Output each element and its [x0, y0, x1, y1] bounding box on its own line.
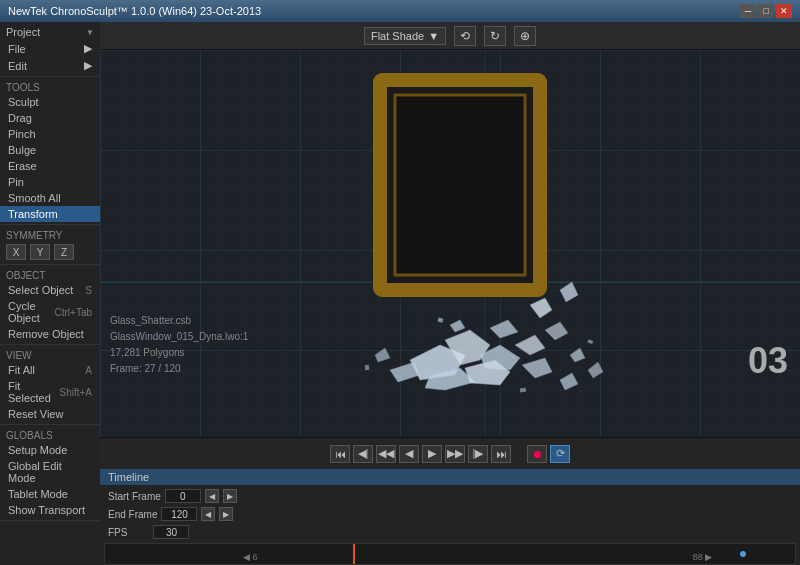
timeline-track[interactable]: ◀ 6 88 ▶: [104, 543, 796, 565]
remove-object[interactable]: Remove Object: [0, 326, 100, 342]
playback-bar: ⏮ ◀| ◀◀ ◀ ▶ ▶▶ |▶ ⏭ ⏺ ⟳: [100, 437, 800, 469]
frame-number: 03: [748, 340, 788, 381]
top-toolbar: Flat Shade ▼ ⟲ ↻ ⊕: [100, 22, 800, 50]
play-forward-button[interactable]: ▶: [422, 445, 442, 463]
globals-label: Globals: [0, 427, 100, 442]
svg-marker-20: [588, 362, 603, 378]
tool-erase[interactable]: Erase: [0, 158, 100, 174]
play-reverse-button[interactable]: ◀◀: [376, 445, 396, 463]
fit-all[interactable]: Fit All A: [0, 362, 100, 378]
symmetry-y[interactable]: Y: [30, 244, 50, 260]
viewport-area: Flat Shade ▼ ⟲ ↻ ⊕: [100, 22, 800, 565]
symmetry-row: X Y Z: [0, 242, 100, 262]
object-text: GlassWindow_015_Dyna.lwo:1: [110, 329, 248, 345]
start-frame-label: Start Frame: [108, 491, 161, 502]
shade-arrow: ▼: [428, 30, 439, 42]
minimize-button[interactable]: ─: [740, 4, 756, 18]
svg-marker-8: [480, 345, 520, 370]
globals-section: Globals Setup Mode Global Edit Mode Tabl…: [0, 425, 100, 521]
svg-rect-23: [587, 339, 593, 344]
svg-marker-15: [545, 322, 568, 340]
project-header[interactable]: Project ▼: [0, 24, 100, 40]
tick-label-88: 88 ▶: [693, 552, 713, 562]
step-back-button[interactable]: ◀: [399, 445, 419, 463]
tick-label-6: ◀ 6: [243, 552, 258, 562]
timeline-track-inner: ◀ 6 88 ▶: [105, 544, 795, 564]
tool-smooth-all[interactable]: Smooth All: [0, 190, 100, 206]
svg-rect-1: [100, 50, 800, 437]
prev-keyframe-button[interactable]: ◀|: [353, 445, 373, 463]
tool-transform[interactable]: Transform: [0, 206, 100, 222]
reset-view[interactable]: Reset View: [0, 406, 100, 422]
svg-marker-17: [570, 348, 585, 362]
record-button[interactable]: ⏺: [527, 445, 547, 463]
goto-start-button[interactable]: ⏮: [330, 445, 350, 463]
end-frame-up[interactable]: ◀: [201, 507, 215, 521]
tools-label: Tools: [0, 79, 100, 94]
svg-marker-10: [465, 360, 510, 385]
svg-marker-9: [425, 368, 475, 390]
start-frame-up[interactable]: ◀: [205, 489, 219, 503]
svg-rect-4: [380, 80, 540, 290]
setup-mode[interactable]: Setup Mode: [0, 442, 100, 458]
shade-label: Flat Shade: [371, 30, 424, 42]
timeline-controls: Start Frame ◀ ▶ End Frame ◀ ▶ FPS: [100, 485, 800, 543]
svg-rect-24: [365, 365, 369, 370]
menu-item-edit[interactable]: Edit ▶: [0, 57, 100, 74]
loop-button[interactable]: ⟳: [550, 445, 570, 463]
symmetry-z[interactable]: Z: [54, 244, 74, 260]
svg-rect-22: [520, 388, 527, 393]
reset-icon[interactable]: ↻: [484, 26, 506, 46]
fps-input[interactable]: [153, 525, 189, 539]
filename-text: Glass_Shatter.csb: [110, 313, 248, 329]
tool-pinch[interactable]: Pinch: [0, 126, 100, 142]
end-frame-label: End Frame: [108, 509, 157, 520]
cycle-object[interactable]: Cycle Object Ctrl+Tab: [0, 298, 100, 326]
tool-bulge[interactable]: Bulge: [0, 142, 100, 158]
svg-marker-13: [522, 358, 552, 378]
tool-drag[interactable]: Drag: [0, 110, 100, 126]
end-frame-row: End Frame ◀ ▶: [100, 506, 800, 522]
svg-marker-26: [560, 282, 578, 302]
object-section: Object Select Object S Cycle Object Ctrl…: [0, 265, 100, 345]
step-forward-button[interactable]: ▶▶: [445, 445, 465, 463]
svg-marker-16: [450, 320, 465, 332]
project-section: Project ▼ File ▶ Edit ▶: [0, 22, 100, 77]
playhead[interactable]: [353, 544, 355, 564]
tablet-mode[interactable]: Tablet Mode: [0, 486, 100, 502]
svg-marker-6: [410, 345, 465, 380]
transform-icon[interactable]: ⟲: [454, 26, 476, 46]
end-frame-input[interactable]: [161, 507, 197, 521]
object-label: Object: [0, 267, 100, 282]
end-frame-down[interactable]: ▶: [219, 507, 233, 521]
timeline-section: Timeline Start Frame ◀ ▶ End Frame ◀ ▶ F…: [100, 469, 800, 565]
fps-row: FPS: [100, 524, 800, 540]
global-edit-mode[interactable]: Global Edit Mode: [0, 458, 100, 486]
goto-end-button[interactable]: ⏭: [491, 445, 511, 463]
start-frame-down[interactable]: ▶: [223, 489, 237, 503]
maximize-button[interactable]: □: [758, 4, 774, 18]
svg-rect-21: [438, 318, 444, 323]
show-transport[interactable]: Show Transport: [0, 502, 100, 518]
menu-item-file[interactable]: File ▶: [0, 40, 100, 57]
symmetry-x[interactable]: X: [6, 244, 26, 260]
viewport-canvas[interactable]: Glass_Shatter.csb GlassWindow_015_Dyna.l…: [100, 50, 800, 437]
fit-selected[interactable]: Fit Selected Shift+A: [0, 378, 100, 406]
frame-text: Frame: 27 / 120: [110, 361, 248, 377]
tool-pin[interactable]: Pin: [0, 174, 100, 190]
start-frame-input[interactable]: [165, 489, 201, 503]
zoom-icon[interactable]: ⊕: [514, 26, 536, 46]
select-object[interactable]: Select Object S: [0, 282, 100, 298]
svg-marker-14: [390, 362, 420, 382]
tool-sculpt[interactable]: Sculpt: [0, 94, 100, 110]
keyframe-marker: [740, 551, 746, 557]
shade-dropdown[interactable]: Flat Shade ▼: [364, 27, 446, 45]
close-button[interactable]: ✕: [776, 4, 792, 18]
polygons-text: 17,281 Polygons: [110, 345, 248, 361]
view-section: View Fit All A Fit Selected Shift+A Rese…: [0, 345, 100, 425]
svg-rect-5: [395, 95, 525, 275]
window-controls: ─ □ ✕: [740, 4, 792, 18]
next-keyframe-button[interactable]: |▶: [468, 445, 488, 463]
app-title: NewTek ChronoSculpt™ 1.0.0 (Win64) 23-Oc…: [8, 5, 261, 17]
project-label: Project: [6, 26, 40, 38]
